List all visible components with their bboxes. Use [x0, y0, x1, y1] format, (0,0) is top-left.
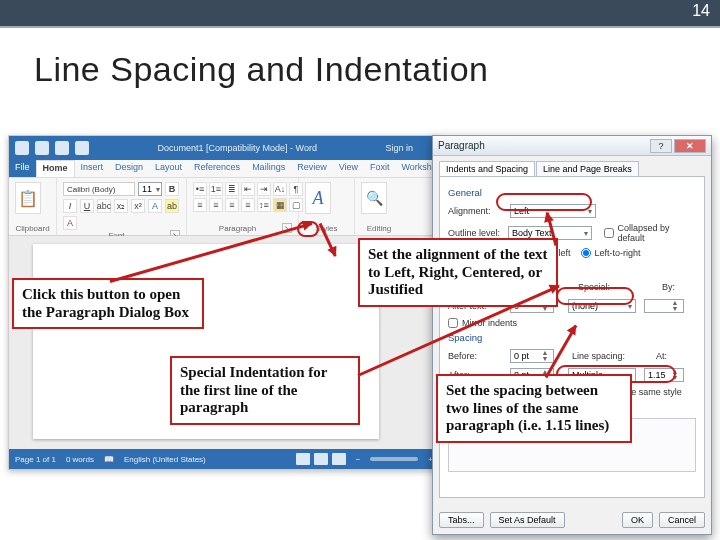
slide-title: Line Spacing and Indentation: [34, 50, 488, 89]
slide: 14 Line Spacing and Indentation Document…: [0, 0, 720, 540]
align-right-button[interactable]: ≡: [225, 198, 239, 212]
font-color-button[interactable]: A: [63, 216, 77, 230]
tab-line-page-breaks[interactable]: Line and Page Breaks: [536, 161, 639, 176]
tab-indents-spacing[interactable]: Indents and Spacing: [439, 161, 535, 176]
align-left-button[interactable]: ≡: [193, 198, 207, 212]
tab-foxit[interactable]: Foxit: [364, 160, 396, 177]
alignment-label: Alignment:: [448, 206, 506, 216]
highlight-button[interactable]: ab: [165, 199, 179, 213]
dialog-title-text: Paragraph: [438, 140, 485, 151]
print-layout-icon[interactable]: [314, 453, 328, 465]
group-clipboard: 📋 Clipboard: [9, 178, 57, 235]
status-bar: Page 1 of 1 0 words 📖 English (United St…: [9, 449, 439, 469]
web-layout-icon[interactable]: [332, 453, 346, 465]
group-paragraph: •≡ 1≡ ≣ ⇤ ⇥ A↓ ¶ ≡ ≡ ≡ ≡ ↕≡ ▦: [187, 178, 299, 235]
set-default-button[interactable]: Set As Default: [490, 512, 565, 528]
dialog-help-button[interactable]: ?: [650, 139, 672, 153]
qat-save-icon[interactable]: [15, 141, 29, 155]
bold-button[interactable]: B: [165, 182, 179, 196]
dialog-tabs: Indents and Spacing Line and Page Breaks: [433, 156, 711, 176]
ok-button[interactable]: OK: [622, 512, 653, 528]
callout-special-indent: Special Indentation for the first line o…: [170, 356, 360, 425]
tab-design[interactable]: Design: [109, 160, 149, 177]
align-center-button[interactable]: ≡: [209, 198, 223, 212]
strikethrough-button[interactable]: abc: [97, 199, 111, 213]
special-dropdown[interactable]: (none)▾: [568, 299, 636, 313]
numbering-button[interactable]: 1≡: [209, 182, 223, 196]
group-editing: 🔍 Editing: [355, 178, 403, 235]
direction-ltr-radio[interactable]: Left-to-right: [581, 248, 641, 258]
dialog-titlebar: Paragraph ? ✕: [433, 136, 711, 156]
status-page[interactable]: Page 1 of 1: [15, 455, 56, 464]
by-spinner[interactable]: ▲▼: [644, 299, 684, 313]
line-spacing-label: Line spacing:: [572, 351, 628, 361]
dialog-body: General Alignment: Left▾ Outline level: …: [439, 176, 705, 498]
spacing-before-spinner[interactable]: 0 pt▲▼: [510, 349, 554, 363]
at-label: At:: [656, 351, 676, 361]
decrease-indent-button[interactable]: ⇤: [241, 182, 255, 196]
font-size-selector[interactable]: 11▾: [138, 182, 162, 196]
tab-file[interactable]: File: [9, 160, 36, 177]
zoom-slider[interactable]: [370, 457, 418, 461]
find-button[interactable]: 🔍: [361, 182, 387, 214]
callout-line-spacing: Set the spacing between two lines of the…: [436, 374, 632, 443]
view-switcher[interactable]: [296, 453, 346, 465]
tab-view[interactable]: View: [333, 160, 364, 177]
group-clipboard-label: Clipboard: [15, 224, 50, 233]
qat-redo-icon[interactable]: [55, 141, 69, 155]
read-mode-icon[interactable]: [296, 453, 310, 465]
at-spinner[interactable]: 1.15▲▼: [644, 368, 684, 382]
callout-dialog-launcher: Click this button to open the Paragraph …: [12, 278, 204, 329]
quick-access-toolbar[interactable]: [9, 141, 89, 155]
group-editing-label: Editing: [361, 224, 397, 233]
group-paragraph-label: Paragraph: [193, 224, 282, 233]
qat-more-icon[interactable]: [75, 141, 89, 155]
tab-review[interactable]: Review: [291, 160, 333, 177]
shading-button[interactable]: ▦: [273, 198, 287, 212]
group-font: Calibri (Body) 11▾ B I U abc x₂ x² A ab …: [57, 178, 187, 235]
spacing-before-label: Before:: [448, 351, 506, 361]
sort-button[interactable]: A↓: [273, 182, 287, 196]
italic-button[interactable]: I: [63, 199, 77, 213]
dialog-close-button[interactable]: ✕: [674, 139, 706, 153]
ribbon-tabs: File Home Insert Design Layout Reference…: [9, 160, 439, 178]
paste-button[interactable]: 📋: [15, 182, 41, 214]
status-proofing-icon[interactable]: 📖: [104, 455, 114, 464]
status-language[interactable]: English (United States): [124, 455, 206, 464]
page-number: 14: [692, 2, 710, 20]
tab-references[interactable]: References: [188, 160, 246, 177]
by-label: By:: [662, 282, 682, 292]
tabs-button[interactable]: Tabs...: [439, 512, 484, 528]
subscript-button[interactable]: x₂: [114, 199, 128, 213]
bullets-button[interactable]: •≡: [193, 182, 207, 196]
outline-label: Outline level:: [448, 228, 504, 238]
tab-layout[interactable]: Layout: [149, 160, 188, 177]
status-word-count[interactable]: 0 words: [66, 455, 94, 464]
styles-gallery-button[interactable]: A: [305, 182, 331, 214]
word-document-title: Document1 [Compatibility Mode] - Word: [89, 143, 385, 153]
callout-alignment: Set the alignment of the text to Left, R…: [358, 238, 558, 307]
word-sign-in-link[interactable]: Sign in: [385, 143, 439, 153]
font-name-selector[interactable]: Calibri (Body): [63, 182, 135, 196]
tab-home[interactable]: Home: [36, 160, 75, 177]
slide-top-bar: [0, 0, 720, 26]
justify-button[interactable]: ≡: [241, 198, 255, 212]
dialog-button-row: Tabs... Set As Default OK Cancel: [439, 512, 705, 528]
multilevel-list-button[interactable]: ≣: [225, 182, 239, 196]
tab-insert[interactable]: Insert: [75, 160, 110, 177]
word-titlebar: Document1 [Compatibility Mode] - Word Si…: [9, 136, 439, 160]
superscript-button[interactable]: x²: [131, 199, 145, 213]
underline-button[interactable]: U: [80, 199, 94, 213]
zoom-out-button[interactable]: −: [356, 455, 361, 464]
special-label: Special:: [578, 282, 618, 292]
ribbon: 📋 Clipboard Calibri (Body) 11▾ B I U abc…: [9, 178, 439, 236]
alignment-dropdown[interactable]: Left▾: [510, 204, 596, 218]
collapsed-checkbox[interactable]: Collapsed by default: [604, 223, 696, 243]
tab-mailings[interactable]: Mailings: [246, 160, 291, 177]
section-general: General: [448, 187, 696, 198]
qat-undo-icon[interactable]: [35, 141, 49, 155]
text-effects-button[interactable]: A: [148, 199, 162, 213]
increase-indent-button[interactable]: ⇥: [257, 182, 271, 196]
line-spacing-button[interactable]: ↕≡: [257, 198, 271, 212]
cancel-button[interactable]: Cancel: [659, 512, 705, 528]
